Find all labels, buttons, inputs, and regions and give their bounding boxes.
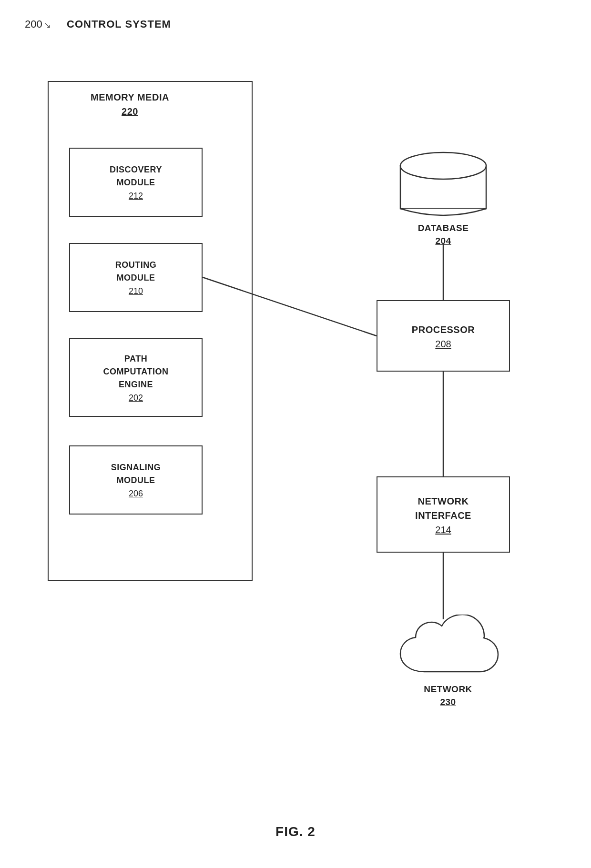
discovery-module-box: DISCOVERYMODULE 212 bbox=[69, 148, 203, 217]
ref-num-label: 200 bbox=[25, 18, 42, 30]
network-label: NETWORK 230 bbox=[424, 683, 472, 708]
processor-label: PROCESSOR bbox=[412, 323, 475, 337]
discovery-module-num: 212 bbox=[129, 191, 143, 201]
memory-media-label: MEMORY MEDIA 220 bbox=[91, 91, 169, 118]
processor-num: 208 bbox=[435, 339, 451, 350]
signaling-module-label: SIGNALINGMODULE bbox=[111, 461, 161, 487]
network-cloud-svg bbox=[396, 615, 500, 681]
ref-arrow: ↘ bbox=[44, 20, 51, 30]
network-interface-num: 214 bbox=[435, 525, 451, 535]
fig-label: FIG. 2 bbox=[275, 824, 316, 839]
discovery-module-label: DISCOVERYMODULE bbox=[110, 163, 162, 189]
routing-module-label: ROUTINGMODULE bbox=[115, 259, 157, 284]
routing-module-box: ROUTINGMODULE 210 bbox=[69, 243, 203, 312]
network-cloud-container: NETWORK 230 bbox=[381, 615, 515, 708]
path-computation-num: 202 bbox=[129, 393, 143, 403]
control-system-title: CONTROL SYSTEM bbox=[67, 18, 171, 30]
network-interface-box: NETWORKINTERFACE 214 bbox=[377, 476, 510, 553]
signaling-module-box: SIGNALINGMODULE 206 bbox=[69, 445, 203, 515]
database-cylinder-svg bbox=[396, 148, 491, 219]
network-num: 230 bbox=[424, 696, 472, 709]
routing-module-num: 210 bbox=[129, 286, 143, 296]
path-computation-label: PATHCOMPUTATIONENGINE bbox=[103, 353, 169, 391]
diagram-container: 200 ↘ CONTROL SYSTEM MEMORY MEDIA 220 DI… bbox=[0, 0, 591, 868]
database-container: DATABASE 204 bbox=[391, 148, 496, 247]
processor-box: PROCESSOR 208 bbox=[377, 300, 510, 372]
signaling-module-num: 206 bbox=[129, 489, 143, 499]
database-label: DATABASE 204 bbox=[418, 222, 469, 247]
svg-point-1 bbox=[400, 152, 486, 179]
network-interface-label: NETWORKINTERFACE bbox=[415, 494, 471, 523]
database-num: 204 bbox=[418, 235, 469, 248]
path-computation-box: PATHCOMPUTATIONENGINE 202 bbox=[69, 338, 203, 417]
